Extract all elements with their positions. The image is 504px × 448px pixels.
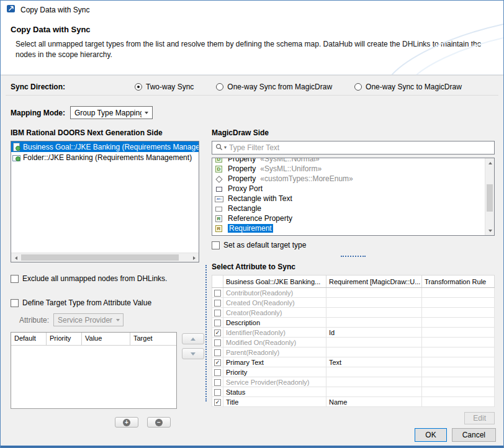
sync-option[interactable]: One-way Sync to MagicDraw	[354, 83, 462, 91]
row-checkbox[interactable]	[214, 290, 221, 297]
tree-item[interactable]: Business Goal::/JKE Banking (Requirement…	[11, 141, 199, 152]
column-header[interactable]: Priority	[47, 333, 82, 345]
attribute-row[interactable]: Contributor(Readonly)	[212, 288, 495, 298]
radio-icon[interactable]	[216, 83, 223, 91]
radio-icon[interactable]	[135, 83, 142, 91]
tree-item[interactable]: Requirement	[212, 223, 485, 233]
checkbox-cell[interactable]	[212, 377, 223, 387]
scroll-left-icon[interactable]	[11, 253, 20, 262]
tree-item-label: Requirement	[228, 224, 273, 233]
row-checkbox[interactable]	[214, 320, 221, 326]
checkbox-cell[interactable]: ✓	[212, 397, 223, 407]
chevron-down-icon[interactable]: ▾	[224, 145, 227, 150]
move-up-button[interactable]	[182, 333, 204, 344]
row-checkbox[interactable]	[214, 389, 221, 396]
checkbox-cell[interactable]	[212, 367, 223, 377]
copy-data-with-sync-dialog: Copy Data with Sync Copy Data with Sync …	[0, 0, 504, 448]
attribute-sync-table: Business Goal::/JKE Banking...Requiremen…	[212, 275, 495, 407]
row-checkbox[interactable]	[214, 379, 221, 386]
tree-item[interactable]: Reference Property	[212, 213, 485, 223]
scroll-right-icon[interactable]	[189, 253, 199, 262]
column-header[interactable]: Business Goal::/JKE Banking...	[223, 276, 326, 288]
tree-item[interactable]: Property«SysML::Normal»	[212, 158, 485, 164]
attribute-row[interactable]: Parent(Readonly)	[212, 347, 495, 357]
tree-item[interactable]: Rectangle with Text	[212, 194, 485, 204]
checkbox-cell[interactable]	[212, 298, 223, 308]
sync-direction-row: Sync Direction: Two-way SyncOne-way Sync…	[6, 79, 498, 96]
checkbox-cell[interactable]	[212, 318, 223, 328]
vertical-splitter-handle[interactable]	[205, 265, 207, 401]
checkbox-cell[interactable]	[212, 338, 223, 347]
checkbox-cell[interactable]	[212, 308, 223, 318]
magicdraw-type-tree-items: Property«SysML::Normal»Property«SysML::U…	[212, 158, 485, 233]
row-checkbox[interactable]	[214, 339, 221, 346]
chevron-down-icon[interactable]	[142, 107, 152, 119]
checkbox-cell[interactable]	[212, 387, 223, 397]
type-filter-input[interactable]	[228, 143, 491, 153]
attribute-row[interactable]: Created On(Readonly)	[212, 298, 495, 308]
cancel-button[interactable]: Cancel	[452, 428, 496, 442]
column-header[interactable]: Default	[11, 333, 47, 345]
checkbox-cell[interactable]	[212, 347, 223, 357]
horizontal-scrollbar[interactable]	[11, 253, 199, 262]
attribute-row[interactable]: Status	[212, 387, 495, 397]
vertical-scrollbar[interactable]	[485, 158, 494, 235]
checkbox-cell[interactable]: ✓	[212, 328, 223, 338]
attribute-row[interactable]: Priority	[212, 367, 495, 377]
tree-item[interactable]: Rectangle	[212, 204, 485, 213]
row-checkbox[interactable]	[214, 349, 221, 356]
enum-diamond-icon	[215, 175, 223, 183]
horizontal-scroll-thumb[interactable]	[21, 254, 179, 261]
sync-option[interactable]: Two-way Sync	[135, 83, 194, 91]
row-checkbox[interactable]	[214, 310, 221, 316]
attribute-name-cell: Contributor(Readonly)	[223, 288, 326, 298]
column-header[interactable]: Requirement [MagicDraw::U...	[326, 276, 422, 288]
tree-item[interactable]: Proxy Port	[212, 184, 485, 194]
add-button[interactable]: +	[115, 417, 138, 428]
attribute-row[interactable]: Description	[212, 318, 495, 328]
column-header[interactable]: Value	[82, 333, 130, 345]
define-target-type-checkbox[interactable]	[11, 299, 19, 307]
set-default-target-checkbox[interactable]	[212, 241, 220, 249]
type-filter-box[interactable]: ▾	[212, 141, 495, 155]
search-icon	[215, 142, 223, 153]
minus-icon: −	[155, 419, 163, 426]
tree-item[interactable]: Property«customTypes::MoreEnum»	[212, 174, 485, 184]
attribute-row[interactable]: ✓TitleName	[212, 397, 495, 407]
mapping-mode-select[interactable]: Group Type Mapping	[70, 106, 153, 119]
row-checkbox[interactable]: ✓	[214, 399, 221, 406]
mapping-mode-row: Mapping Mode: Group Type Mapping	[11, 106, 153, 119]
checkbox-cell[interactable]: ✓	[212, 357, 223, 367]
tree-item-label: Property	[228, 158, 256, 163]
define-target-type-checkbox-row[interactable]: Define Target Type from Attribute Value	[11, 298, 199, 307]
scroll-down-icon[interactable]	[485, 226, 495, 235]
attribute-row[interactable]: Service Provider(Readonly)	[212, 377, 495, 387]
attribute-row[interactable]: ✓Identifier(Readonly)Id	[212, 328, 495, 338]
exclude-unmapped-checkbox-row[interactable]: Exclude all unmapped nodes from DHLinks.	[11, 274, 199, 283]
row-checkbox[interactable]: ✓	[214, 359, 221, 366]
edit-button[interactable]: Edit	[464, 412, 495, 424]
sync-option[interactable]: One-way Sync from MagicDraw	[216, 83, 332, 91]
checkbox-cell[interactable]	[212, 288, 223, 298]
row-checkbox[interactable]	[214, 369, 221, 376]
vertical-scroll-thumb[interactable]	[487, 184, 493, 212]
tree-item[interactable]: Folder::/JKE Banking (Requirements Manag…	[11, 152, 199, 163]
set-default-target-checkbox-row[interactable]: Set as default target type	[212, 241, 495, 249]
attribute-row[interactable]: ✓Primary TextText	[212, 357, 495, 367]
attribute-row[interactable]: Creator(Readonly)	[212, 308, 495, 318]
radio-icon[interactable]	[354, 83, 362, 91]
attribute-row[interactable]: Modified On(Readonly)	[212, 338, 495, 347]
proxy-port-icon	[215, 185, 223, 193]
target-attribute-cell: Text	[326, 357, 422, 367]
scroll-up-icon[interactable]	[485, 158, 495, 168]
row-checkbox[interactable]	[214, 300, 221, 307]
move-down-button[interactable]	[182, 348, 204, 359]
splitter-handle[interactable]	[341, 256, 366, 257]
exclude-unmapped-checkbox[interactable]	[11, 275, 19, 283]
row-checkbox[interactable]: ✓	[214, 329, 221, 336]
tree-item[interactable]: Property«SysML::Uniform»	[212, 164, 485, 174]
column-header[interactable]: Transformation Rule	[422, 276, 495, 288]
ok-button[interactable]: OK	[415, 428, 446, 442]
column-header[interactable]: Target	[130, 333, 176, 345]
remove-button[interactable]: −	[147, 417, 171, 428]
